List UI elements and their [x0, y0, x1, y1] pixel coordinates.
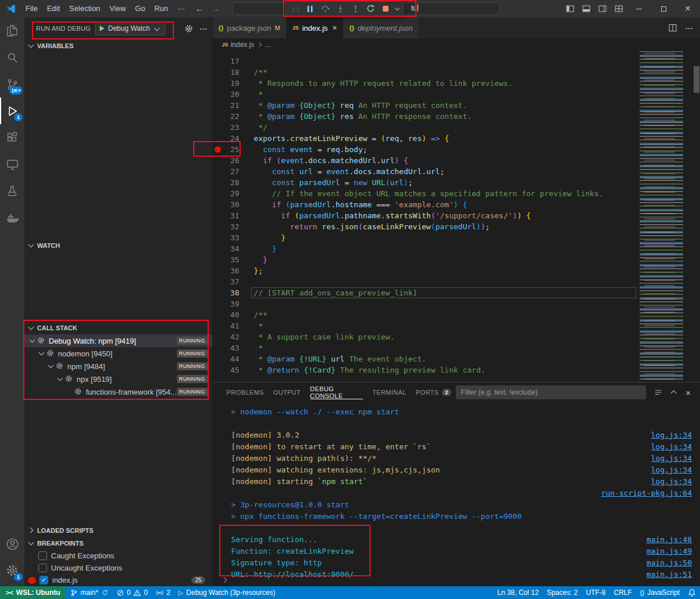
breakpoint-margin[interactable] [213, 331, 222, 342]
breakpoint-dot-icon[interactable] [215, 146, 221, 153]
breakpoint-margin[interactable] [213, 144, 222, 155]
breakpoint-margin[interactable] [213, 243, 222, 254]
breakpoint-margin[interactable] [213, 232, 222, 243]
breakpoint-margin[interactable] [213, 353, 222, 365]
language-mode-item[interactable]: {}JavaScript [636, 586, 684, 599]
breakpoint-margin[interactable] [213, 111, 222, 122]
code-text[interactable]: if (parsedUrl.hostname === 'example.com'… [240, 199, 467, 210]
chevron-down-icon[interactable] [46, 362, 56, 371]
toggle-sidebar-button[interactable] [562, 0, 578, 17]
menu-file[interactable]: File [21, 0, 42, 17]
debug-console[interactable]: > nodemon --watch ./ --exec npm start[no… [213, 402, 700, 586]
call-stack-item[interactable]: npm [9484]RUNNING [24, 360, 212, 373]
launch-config-dropdown[interactable]: Debug Watch [95, 21, 165, 35]
indentation-item[interactable]: Spaces: 2 [543, 586, 582, 599]
code-text[interactable]: exports.createLinkPreview = (req, res) =… [240, 133, 449, 144]
breakpoint-margin[interactable] [213, 298, 222, 309]
breakpoint-item[interactable]: ✓index.js25 [24, 574, 212, 586]
breakpoint-margin[interactable] [213, 276, 222, 287]
sidebar-item-testing[interactable] [0, 178, 24, 204]
sidebar-item-run-and-debug[interactable]: 1 [0, 98, 24, 124]
code-text[interactable]: } [240, 243, 277, 254]
cursor-position-item[interactable]: Ln 38, Col 12 [494, 586, 543, 599]
settings-button[interactable]: 1 [0, 557, 24, 584]
code-text[interactable]: const url = event.docs.matchedUrl.url; [240, 166, 445, 177]
breakpoint-margin[interactable] [213, 177, 222, 188]
step-into-button[interactable] [333, 2, 347, 15]
console-source-link[interactable]: main.js:50 [647, 558, 692, 567]
menu-view[interactable]: View [105, 0, 130, 17]
breakpoint-margin[interactable] [213, 320, 222, 331]
breadcrumb-symbol[interactable]: ... [264, 41, 270, 49]
breakpoint-margin[interactable] [213, 155, 222, 166]
menu-go[interactable]: Go [130, 0, 150, 17]
minimize-button[interactable] [627, 0, 651, 17]
panel-tab-debug-console[interactable]: DEBUG CONSOLE [306, 383, 368, 402]
close-icon[interactable]: × [332, 23, 337, 33]
maximize-panel-icon[interactable] [670, 389, 677, 396]
code-text[interactable]: /** [240, 309, 267, 320]
code-text[interactable] [240, 56, 254, 67]
pause-button[interactable] [303, 2, 317, 15]
code-text[interactable]: */ [240, 122, 267, 133]
step-over-button[interactable] [318, 2, 332, 15]
editor-scrollbar[interactable] [693, 51, 700, 382]
toggle-panel-button[interactable] [578, 0, 594, 17]
breakpoint-margin[interactable] [213, 89, 222, 100]
more-actions-icon[interactable]: ··· [200, 24, 208, 33]
panel-tab-ports[interactable]: PORTS2 [411, 383, 456, 402]
panel-tab-output[interactable]: OUTPUT [269, 383, 306, 402]
code-text[interactable]: * @param {!URL} url The event object. [240, 353, 426, 365]
console-filter-input[interactable] [456, 385, 646, 399]
step-out-button[interactable] [348, 2, 362, 15]
toolbar-drag-handle[interactable]: ⋮⋮ [288, 2, 302, 15]
section-loaded-scripts[interactable]: LOADED SCRIPTS [24, 524, 212, 537]
back-icon[interactable]: ← [195, 4, 204, 13]
stop-dropdown[interactable] [393, 2, 401, 15]
output-actions-icon[interactable] [654, 388, 662, 396]
breakpoint-margin[interactable] [213, 309, 222, 320]
code-text[interactable]: if (event.docs.matchedUrl.url) { [240, 155, 408, 166]
chevron-down-icon[interactable] [56, 374, 65, 384]
breakpoint-margin[interactable] [213, 265, 222, 276]
breakpoint-margin[interactable] [213, 210, 222, 221]
sidebar-item-docker[interactable] [0, 204, 24, 231]
breadcrumb[interactable]: JS index.js ... [213, 38, 700, 51]
checkbox[interactable] [38, 551, 47, 560]
code-text[interactable]: const event = req.body; [240, 144, 368, 155]
breakpoint-margin[interactable] [213, 221, 222, 232]
breakpoint-margin[interactable] [213, 166, 222, 177]
section-breakpoints[interactable]: BREAKPOINTS [24, 537, 212, 550]
panel-tab-problems[interactable]: PROBLEMS [222, 383, 269, 402]
console-source-link[interactable]: main.js:48 [647, 535, 692, 544]
sidebar-item-source-control[interactable]: 1K+ [0, 71, 24, 98]
close-panel-icon[interactable]: × [686, 388, 691, 398]
encoding-item[interactable]: UTF-8 [582, 586, 610, 599]
console-source-link[interactable]: log.js:34 [651, 477, 692, 486]
code-text[interactable]: const parsedUrl = new URL(url); [240, 177, 413, 188]
code-text[interactable]: * [240, 89, 263, 100]
eol-item[interactable]: CRLF [610, 586, 636, 599]
tab-package-json[interactable]: {}package.jsonM [213, 17, 286, 38]
breakpoint-margin[interactable] [213, 199, 222, 210]
breakpoint-item[interactable]: Caught Exceptions [24, 550, 212, 562]
split-editor-icon[interactable] [668, 23, 677, 33]
code-text[interactable]: * @return {!Card} The resulting preview … [240, 365, 485, 376]
section-variables[interactable]: VARIABLES [24, 39, 212, 52]
sidebar-item-explorer[interactable] [0, 17, 24, 44]
code-text[interactable]: }; [240, 265, 263, 276]
breakpoint-item[interactable]: Uncaught Exceptions [24, 562, 212, 574]
chevron-down-icon[interactable] [28, 336, 37, 345]
breakpoint-margin[interactable] [213, 254, 222, 265]
call-stack-item[interactable]: Debug Watch: npm [9419]RUNNING [24, 334, 212, 347]
sidebar-item-remote-explorer[interactable] [0, 151, 24, 178]
breakpoint-margin[interactable] [213, 133, 222, 144]
remote-indicator[interactable]: ><WSL: Ubuntu [0, 586, 66, 599]
panel-tab-terminal[interactable]: TERMINAL [368, 383, 411, 402]
menu-run[interactable]: Run [150, 0, 173, 17]
chevron-down-icon[interactable] [37, 349, 46, 358]
console-input-prompt-icon[interactable] [221, 577, 228, 584]
console-source-link[interactable]: log.js:34 [651, 442, 692, 451]
breadcrumb-file[interactable]: index.js [231, 41, 255, 49]
tab-index-js[interactable]: JSindex.js× [286, 17, 343, 38]
